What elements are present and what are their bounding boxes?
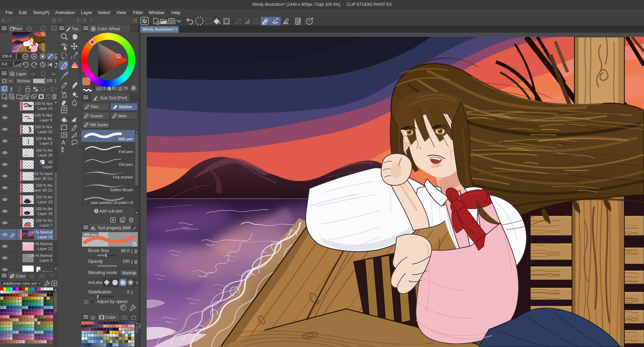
svg-text:?: ? [308, 19, 310, 24]
svg-text:A: A [61, 139, 65, 146]
svg-text:i: i [43, 26, 44, 31]
